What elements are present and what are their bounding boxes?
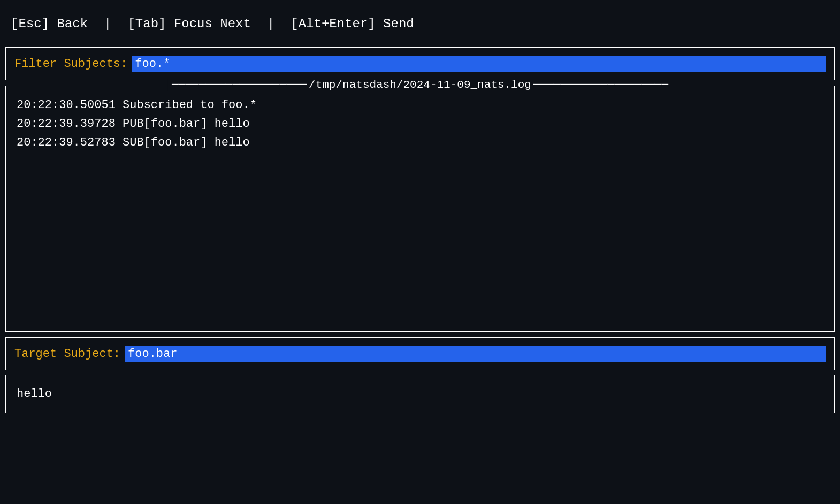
target-subject-label: Target Subject: bbox=[14, 347, 120, 361]
tab-focus-next-shortcut[interactable]: [Tab] Focus Next bbox=[127, 17, 250, 31]
log-line: 20:22:30.50051 Subscribed to foo.* bbox=[17, 96, 823, 114]
esc-back-shortcut[interactable]: [Esc] Back bbox=[11, 17, 88, 31]
filter-subjects-box: Filter Subjects: foo.* bbox=[5, 47, 835, 80]
target-subject-input[interactable]: foo.bar bbox=[125, 346, 826, 362]
message-box[interactable]: hello bbox=[5, 375, 835, 413]
target-subject-box: Target Subject: foo.bar bbox=[5, 337, 835, 370]
toolbar-separator-2: | bbox=[267, 17, 274, 31]
filter-subjects-label: Filter Subjects: bbox=[14, 57, 127, 71]
log-line: 20:22:39.52783 SUB[foo.bar] hello bbox=[17, 133, 823, 152]
alt-enter-send-shortcut[interactable]: [Alt+Enter] Send bbox=[291, 17, 414, 31]
toolbar-separator-1: | bbox=[104, 17, 111, 31]
log-content-area: 20:22:30.50051 Subscribed to foo.*20:22:… bbox=[6, 86, 834, 162]
log-file-title: /tmp/natsdash/2024-11-09_nats.log bbox=[167, 79, 673, 91]
filter-subjects-input[interactable]: foo.* bbox=[132, 56, 826, 72]
log-panel: /tmp/natsdash/2024-11-09_nats.log 20:22:… bbox=[5, 86, 835, 332]
toolbar: [Esc] Back | [Tab] Focus Next | [Alt+Ent… bbox=[0, 0, 840, 47]
log-line: 20:22:39.39728 PUB[foo.bar] hello bbox=[17, 114, 823, 133]
message-input[interactable]: hello bbox=[17, 387, 52, 401]
